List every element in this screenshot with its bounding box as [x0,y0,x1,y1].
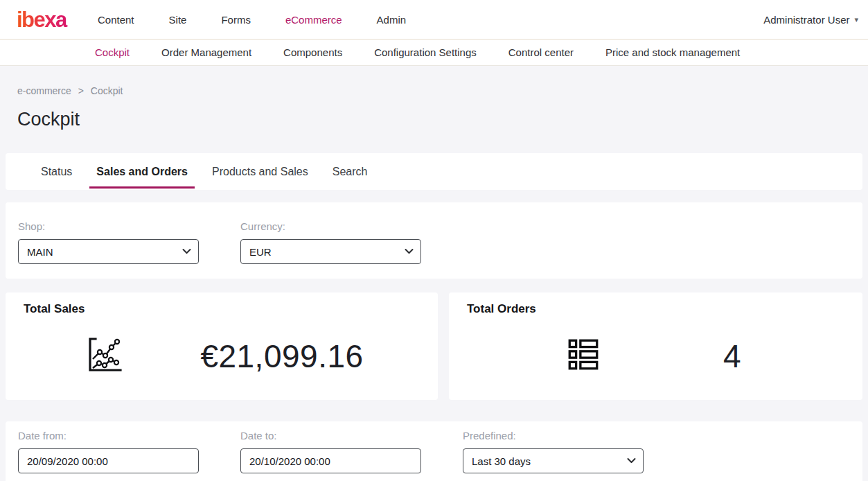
nav-item-ecommerce[interactable]: eCommerce [285,14,342,26]
subnav-item-order-management[interactable]: Order Management [161,46,251,58]
nav-item-admin[interactable]: Admin [377,14,407,26]
date-to-field-group: Date to: [240,430,421,481]
total-sales-value: €21,099.16 [126,338,438,375]
total-orders-card: Total Orders 4 [449,292,862,400]
main-content: e-commerce > Cockpit Cockpit Status Sale… [0,85,868,481]
subnav-item-price-stock-management[interactable]: Price and stock management [605,46,740,58]
breadcrumb-cockpit[interactable]: Cockpit [91,85,123,96]
predefined-label: Predefined: [463,430,644,441]
kpi-cards-row: Total Sales [6,292,862,400]
nav-item-site[interactable]: Site [169,14,187,26]
tab-status[interactable]: Status [34,153,79,190]
user-menu[interactable]: Administrator User ▾ [763,14,858,26]
shop-label: Shop: [18,220,199,232]
ecommerce-subnav: Cockpit Order Management Components Conf… [0,40,868,66]
predefined-range-select[interactable]: Last 30 days [463,448,644,473]
date-from-label: Date from: [18,430,199,441]
main-nav: Content Site Forms eCommerce Admin [98,14,406,26]
total-orders-value: 4 [602,338,862,375]
breadcrumb-separator: > [78,85,84,96]
predefined-field-group: Predefined: Last 30 days [463,430,644,481]
subnav-item-configuration-settings[interactable]: Configuration Settings [374,46,477,58]
chevron-down-icon: ▾ [854,16,858,24]
currency-field-group: Currency: EUR [240,220,421,279]
tabs-bar: Status Sales and Orders Products and Sal… [6,153,862,190]
page-title: Cockpit [17,107,862,131]
date-to-input[interactable] [240,448,421,473]
topbar: ibexa Content Site Forms eCommerce Admin… [0,0,868,40]
total-sales-card: Total Sales [6,292,438,400]
shop-select[interactable]: MAIN [18,239,199,264]
tab-sales-and-orders[interactable]: Sales and Orders [89,153,195,190]
date-filter-panel: Date from: Date to: Predefined: Last 30 … [6,421,862,481]
subnav-item-cockpit[interactable]: Cockpit [95,46,130,58]
date-to-label: Date to: [240,430,421,441]
line-chart-icon [85,333,126,379]
breadcrumb-ecommerce[interactable]: e-commerce [17,85,71,96]
date-from-field-group: Date from: [18,430,199,481]
currency-label: Currency: [240,220,421,232]
tab-search[interactable]: Search [326,153,375,190]
subnav-item-components[interactable]: Components [283,46,342,58]
total-orders-title: Total Orders [467,302,862,316]
shop-field-group: Shop: MAIN [18,220,199,279]
ibexa-logo[interactable]: ibexa [17,9,71,30]
user-name: Administrator User [763,14,849,26]
date-from-input[interactable] [18,448,199,473]
shop-currency-filter-panel: Shop: MAIN Currency: EUR [6,202,862,279]
list-icon [565,336,602,376]
nav-item-forms[interactable]: Forms [221,14,251,26]
tab-products-and-sales[interactable]: Products and Sales [205,153,315,190]
subnav-item-control-center[interactable]: Control center [508,46,574,58]
nav-item-content[interactable]: Content [98,14,134,26]
total-sales-title: Total Sales [24,302,438,316]
currency-select[interactable]: EUR [240,239,421,264]
breadcrumb: e-commerce > Cockpit [17,85,862,96]
